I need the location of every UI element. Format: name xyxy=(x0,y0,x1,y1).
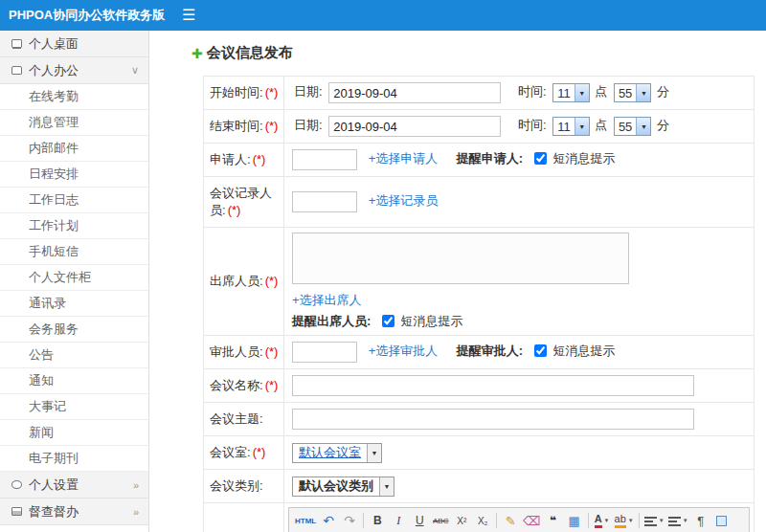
chevron-down-icon: ▼ xyxy=(636,118,650,135)
eraser-icon[interactable]: ⌫ xyxy=(522,511,541,530)
field-label: 申请人:(*) xyxy=(204,144,284,177)
blockquote-icon[interactable]: ❝ xyxy=(544,511,563,530)
required-mark: (*) xyxy=(265,119,279,133)
form-row-editor: HTML ↶ ↷ B I U ABC X² X₂ ✎ ⌫ xyxy=(204,503,755,532)
unordered-list-icon[interactable]: ▼ xyxy=(667,511,689,530)
sidebar-office-menu: 在线考勤 消息管理 内部邮件 日程安排 工作日志 工作计划 手机短信 个人文件柜… xyxy=(0,84,148,472)
field-label: 审批人员:(*) xyxy=(204,336,284,369)
sidebar-item-settings[interactable]: 个人设置 » xyxy=(0,472,148,499)
attendees-sms-checkbox[interactable] xyxy=(382,315,394,327)
applicant-sms-checkbox[interactable] xyxy=(534,152,547,165)
field-label: 出席人员:(*) xyxy=(204,228,284,336)
sidebar-item[interactable]: 个人文件柜 xyxy=(0,265,148,291)
choose-recorder-link[interactable]: +选择记录员 xyxy=(369,193,439,208)
recorder-input[interactable] xyxy=(292,191,357,212)
sidebar-item-supervise[interactable]: 督查督办 » xyxy=(0,499,148,525)
redo-icon[interactable]: ↷ xyxy=(340,511,359,530)
time-label: 时间: xyxy=(518,118,547,132)
toolbar-separator xyxy=(496,513,497,528)
sidebar-item[interactable]: 日程安排 xyxy=(0,162,148,188)
menu-icon[interactable]: ☰ xyxy=(182,8,195,23)
editor-toolbar-1: HTML ↶ ↷ B I U ABC X² X₂ ✎ ⌫ xyxy=(289,508,749,532)
remind-approver-label: 提醒审批人: xyxy=(457,344,523,358)
sidebar-item[interactable]: 新闻 xyxy=(0,420,148,446)
required-mark: (*) xyxy=(253,152,266,166)
chevron-down-icon: ▼ xyxy=(574,118,589,135)
sidebar-item[interactable]: 消息管理 xyxy=(0,110,148,136)
sms-label: 短消息提示 xyxy=(401,314,463,328)
sidebar: 个人桌面 个人办公 ∨ 在线考勤 消息管理 内部邮件 日程安排 工作日志 工作计… xyxy=(0,31,149,532)
end-hour-select[interactable]: 11▼ xyxy=(552,117,590,136)
meeting-category-select[interactable]: 默认会议类别 ▼ xyxy=(292,477,394,497)
sms-label: 短消息提示 xyxy=(552,344,615,358)
hour-unit-label: 点 xyxy=(595,118,607,132)
meeting-form: 开始时间:(*) 日期: 时间: 11▼ 点 55▼ 分 结束时间:(*) 日期… xyxy=(203,76,755,532)
field-label: 会议主题: xyxy=(204,403,284,436)
page-title-text: 会议信息发布 xyxy=(207,44,293,62)
chevron-more-icon: » xyxy=(133,506,139,518)
subscript-icon[interactable]: X₂ xyxy=(473,511,492,530)
required-mark: (*) xyxy=(228,203,241,217)
chevron-down-icon: ▼ xyxy=(379,477,394,496)
toolbar-separator xyxy=(588,513,589,528)
approver-sms-checkbox[interactable] xyxy=(534,344,547,357)
sidebar-item[interactable]: 在线考勤 xyxy=(0,84,148,110)
desktop-icon xyxy=(11,39,22,48)
field-label: 会议类别: xyxy=(204,470,284,503)
applicant-input[interactable] xyxy=(292,149,357,170)
html-source-icon[interactable]: HTML xyxy=(294,511,317,530)
fullscreen-icon[interactable] xyxy=(712,511,732,530)
sidebar-item[interactable]: 公告 xyxy=(0,343,148,368)
bold-icon[interactable]: B xyxy=(368,511,387,530)
app-title: PHPOA协同办公软件政务版 xyxy=(0,7,182,24)
meeting-room-select[interactable]: 默认会议室 ▼ xyxy=(292,443,382,463)
choose-approver-link[interactable]: +选择审批人 xyxy=(369,344,439,358)
ordered-list-icon[interactable]: ▼ xyxy=(643,511,665,530)
choose-applicant-link[interactable]: +选择申请人 xyxy=(369,151,439,166)
format-painter-icon[interactable]: ✎ xyxy=(501,511,520,530)
start-hour-select[interactable]: 11▼ xyxy=(552,83,590,102)
sidebar-item-office[interactable]: 个人办公 ∨ xyxy=(0,57,148,84)
sidebar-item[interactable]: 电子期刊 xyxy=(0,446,148,472)
template-icon[interactable]: ▦ xyxy=(565,511,584,530)
field-label: 结束时间:(*) xyxy=(204,110,284,144)
sidebar-item[interactable]: 工作日志 xyxy=(0,188,148,213)
sidebar-item-label: 个人办公 xyxy=(29,62,131,79)
toolbar-separator xyxy=(363,513,364,528)
sidebar-item[interactable]: 手机短信 xyxy=(0,239,148,265)
toolbar-separator xyxy=(639,513,640,528)
sidebar-item[interactable]: 通讯录 xyxy=(0,291,148,317)
meeting-name-input[interactable] xyxy=(292,375,694,396)
date-label: 日期: xyxy=(294,118,323,132)
superscript-icon[interactable]: X² xyxy=(452,511,471,530)
sidebar-item[interactable]: 通知 xyxy=(0,368,148,394)
meeting-subject-input[interactable] xyxy=(292,409,694,430)
sidebar-item-label: 督查督办 xyxy=(29,503,133,521)
underline-icon[interactable]: U xyxy=(410,511,429,530)
sidebar-item[interactable]: 内部邮件 xyxy=(0,136,148,162)
highlight-color-icon[interactable]: ab▼ xyxy=(614,511,635,530)
strikethrough-icon[interactable]: ABC xyxy=(431,511,450,530)
attendees-textarea[interactable] xyxy=(292,233,629,284)
end-minute-select[interactable]: 55▼ xyxy=(614,117,651,136)
sidebar-item[interactable]: 大事记 xyxy=(0,394,148,420)
chevron-down-icon: ▼ xyxy=(636,84,650,101)
sidebar-item[interactable]: 工作计划 xyxy=(0,213,148,239)
undo-icon[interactable]: ↶ xyxy=(319,511,338,530)
chevron-more-icon: » xyxy=(133,479,139,491)
paragraph-icon[interactable]: ¶ xyxy=(691,511,710,530)
form-row-attendees: 出席人员:(*) +选择出席人 提醒出席人员: 短消息提示 xyxy=(204,228,755,336)
sidebar-item-desktop[interactable]: 个人桌面 xyxy=(0,31,148,57)
end-date-input[interactable] xyxy=(328,116,501,137)
start-date-input[interactable] xyxy=(328,82,501,103)
font-color-icon[interactable]: A▼ xyxy=(593,511,612,530)
chevron-down-icon: ▼ xyxy=(574,84,589,101)
start-minute-select[interactable]: 55▼ xyxy=(614,83,651,102)
italic-icon[interactable]: I xyxy=(389,511,408,530)
required-mark: (*) xyxy=(265,344,279,359)
sidebar-item[interactable]: 会务服务 xyxy=(0,317,148,343)
minute-unit-label: 分 xyxy=(657,118,669,132)
minute-unit-label: 分 xyxy=(657,84,669,99)
choose-attendees-link[interactable]: +选择出席人 xyxy=(292,293,362,307)
approver-input[interactable] xyxy=(292,342,357,363)
